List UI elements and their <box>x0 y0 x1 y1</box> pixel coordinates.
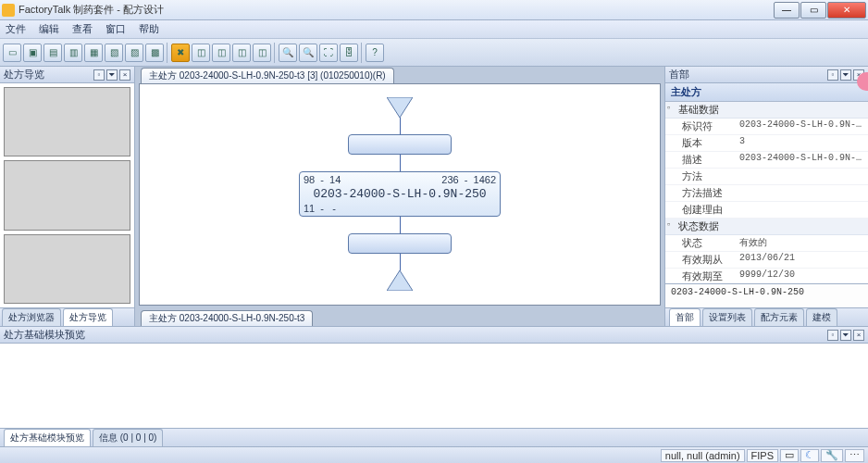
toolbar-btn-5[interactable]: ▦ <box>84 44 103 62</box>
panel-btn-dock-b[interactable]: ▫ <box>827 330 838 341</box>
toolbar: ▭ ▣ ▤ ▥ ▦ ▧ ▨ ▩ ✖ ◫ ◫ ◫ ◫ 🔍 🔍 ⛶ 🗄 ? <box>0 39 868 67</box>
window-title: FactoryTalk 制药套件 - 配方设计 <box>19 3 773 17</box>
panel-btn-close-b[interactable]: × <box>853 330 864 341</box>
toolbar-btn-zoom-in[interactable]: 🔍 <box>279 44 297 62</box>
bottom-panel-title: 处方基础模块预览 <box>4 328 85 342</box>
left-panel-title: 处方导览 <box>4 68 44 81</box>
right-tab-cols[interactable]: 设置列表 <box>702 308 752 326</box>
bottom-tab-info[interactable]: 信息 (0 | 0 | 0) <box>93 429 163 446</box>
left-panel: 处方导览 ▫ ⏷ × 处方浏览器 处方导览 <box>0 67 135 326</box>
toolbar-btn-2[interactable]: ▣ <box>23 44 42 62</box>
bottom-panel-head: 处方基础模块预览 ▫ ⏷ × <box>0 327 868 344</box>
minimize-button[interactable]: — <box>774 2 800 19</box>
main-box-r1b: 236 - 1462 <box>441 174 496 185</box>
toolbar-btn-7[interactable]: ▨ <box>125 44 143 62</box>
prop-row-valid-from: 有效期从2013/06/21 <box>665 252 868 269</box>
prop-row-valid-to: 有效期至9999/12/30 <box>665 269 868 283</box>
prop-row-method: 方法 <box>665 169 868 185</box>
property-grid: 主处方 基础数据 标识符0203-24000-S-LH-0.9N-... 版本3… <box>665 83 868 283</box>
toolbar-btn-10[interactable]: ◫ <box>212 44 230 62</box>
toolbar-btn-fit[interactable]: ⛶ <box>319 44 338 62</box>
titlebar: FactoryTalk 制药套件 - 配方设计 — ▭ ✕ <box>0 0 868 20</box>
prop-row-version: 版本3 <box>665 135 868 152</box>
status-fips: FIPS <box>747 449 778 462</box>
toolbar-btn-8[interactable]: ▩ <box>145 44 164 62</box>
right-tab-build[interactable]: 建模 <box>806 308 837 326</box>
panel-btn-pin-b[interactable]: ⏷ <box>840 330 851 341</box>
panel-btn-pin[interactable]: ⏷ <box>106 69 118 81</box>
status-icon-wrench[interactable]: 🔧 <box>821 449 843 462</box>
right-panel-title: 首部 <box>669 68 689 81</box>
toolbar-btn-4[interactable]: ▥ <box>64 44 82 62</box>
panel-btn-pin-r[interactable]: ⏷ <box>840 69 851 81</box>
center-bottom-tab[interactable]: 主处方 0203-24000-S-LH-0.9N-250-t3 <box>141 310 313 326</box>
status-icon-1[interactable]: ▭ <box>780 449 799 462</box>
right-tab-head[interactable]: 首部 <box>669 308 701 326</box>
step-box-1[interactable] <box>348 134 452 155</box>
status-bar: null, null (admin) FIPS ▭ ☾ 🔧 ⋯ <box>0 446 868 463</box>
main-box-r2: 11 - - <box>304 203 336 214</box>
center-panel: 主处方 0203-24000-S-LH-0.9N-250-t3 [3] (010… <box>135 67 664 326</box>
svg-marker-1 <box>387 270 413 291</box>
step-box-2[interactable] <box>348 233 452 254</box>
prop-row-method-desc: 方法描述 <box>665 185 868 202</box>
prop-group-status[interactable]: 状态数据 <box>665 219 868 235</box>
left-tab-nav[interactable]: 处方导览 <box>63 308 113 326</box>
svg-marker-0 <box>387 97 413 118</box>
prop-row-state: 状态有效的 <box>665 235 868 252</box>
toolbar-btn-1[interactable]: ▭ <box>3 44 21 62</box>
close-button[interactable]: ✕ <box>827 2 866 19</box>
menu-help[interactable]: 帮助 <box>139 22 159 36</box>
status-user: null, null (admin) <box>661 449 745 462</box>
main-box-name: 0203-24000-S-LH-0.9N-250 <box>304 185 496 203</box>
toolbar-btn-3[interactable]: ▤ <box>43 44 62 62</box>
status-icon-seq[interactable]: ⋯ <box>845 449 864 462</box>
prop-row-desc: 描述0203-24000-S-LH-0.9N-250 <box>665 152 868 169</box>
prop-subtitle: 主处方 <box>665 83 868 102</box>
right-panel-head: 首部 ▫ ⏷ × <box>665 67 868 83</box>
toolbar-btn-db[interactable]: 🗄 <box>340 44 358 62</box>
toolbar-btn-6[interactable]: ▧ <box>105 44 123 62</box>
right-tab-elems[interactable]: 配方元素 <box>754 308 804 326</box>
diagram-canvas[interactable]: 98 - 14236 - 1462 0203-24000-S-LH-0.9N-2… <box>139 83 661 306</box>
panel-btn-close[interactable]: × <box>119 69 130 81</box>
toolbar-btn-11[interactable]: ◫ <box>232 44 251 62</box>
prop-group-base[interactable]: 基础数据 <box>665 102 868 119</box>
thumbnail-2[interactable] <box>4 160 130 230</box>
menu-edit[interactable]: 编辑 <box>39 22 59 36</box>
toolbar-btn-zoom-out[interactable]: 🔍 <box>299 44 317 62</box>
prop-row-create-reason: 创建理由 <box>665 202 868 219</box>
bottom-body <box>0 344 868 428</box>
thumbnail-3[interactable] <box>4 234 130 304</box>
start-node-icon[interactable] <box>387 97 413 118</box>
status-icon-moon[interactable]: ☾ <box>800 449 819 462</box>
bottom-tab-preview[interactable]: 处方基础模块预览 <box>4 429 91 446</box>
left-tab-browser[interactable]: 处方浏览器 <box>2 308 61 326</box>
thumbnail-1[interactable] <box>4 87 130 156</box>
menu-file[interactable]: 文件 <box>6 22 26 36</box>
end-node-icon[interactable] <box>387 270 413 291</box>
bottom-panel: 处方基础模块预览 ▫ ⏷ × 处方基础模块预览 信息 (0 | 0 | 0) <box>0 326 868 446</box>
toolbar-btn-help[interactable]: ? <box>366 44 384 62</box>
menu-view[interactable]: 查看 <box>72 22 93 36</box>
prop-row-identifier: 标识符0203-24000-S-LH-0.9N-... <box>665 119 868 135</box>
maximize-button[interactable]: ▭ <box>800 2 826 19</box>
toolbar-btn-9[interactable]: ◫ <box>192 44 210 62</box>
menu-window[interactable]: 窗口 <box>105 22 126 36</box>
left-panel-head: 处方导览 ▫ ⏷ × <box>0 67 134 83</box>
panel-btn-dock-r[interactable]: ▫ <box>827 69 838 81</box>
center-tab[interactable]: 主处方 0203-24000-S-LH-0.9N-250-t3 [3] (010… <box>141 68 394 83</box>
panel-btn-dock[interactable]: ▫ <box>93 69 105 81</box>
prop-desc-box: 0203-24000-S-LH-0.9N-250 <box>665 283 868 307</box>
right-panel: 首部 ▫ ⏷ × 主处方 基础数据 标识符0203-24000-S-LH-0.9… <box>664 67 868 326</box>
main-box-r1a: 98 - 14 <box>304 174 341 185</box>
toolbar-btn-stop[interactable]: ✖ <box>171 44 190 62</box>
main-recipe-box[interactable]: 98 - 14236 - 1462 0203-24000-S-LH-0.9N-2… <box>299 171 501 217</box>
menubar: 文件 编辑 查看 窗口 帮助 <box>0 20 868 39</box>
toolbar-btn-12[interactable]: ◫ <box>253 44 271 62</box>
app-icon <box>2 4 15 17</box>
